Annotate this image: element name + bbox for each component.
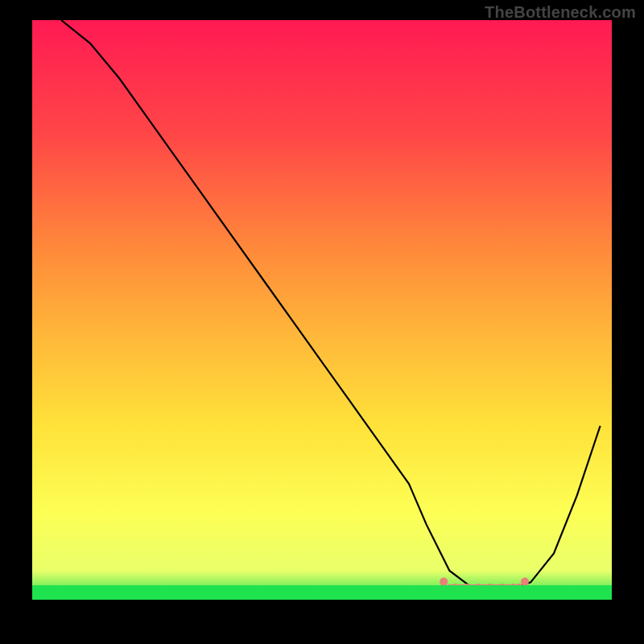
chart-frame (32, 20, 612, 600)
site-watermark: TheBottleneck.com (485, 3, 636, 22)
optimal-zone-strip (32, 585, 612, 600)
flat-region-markers (32, 20, 612, 600)
plot-area (32, 20, 612, 600)
